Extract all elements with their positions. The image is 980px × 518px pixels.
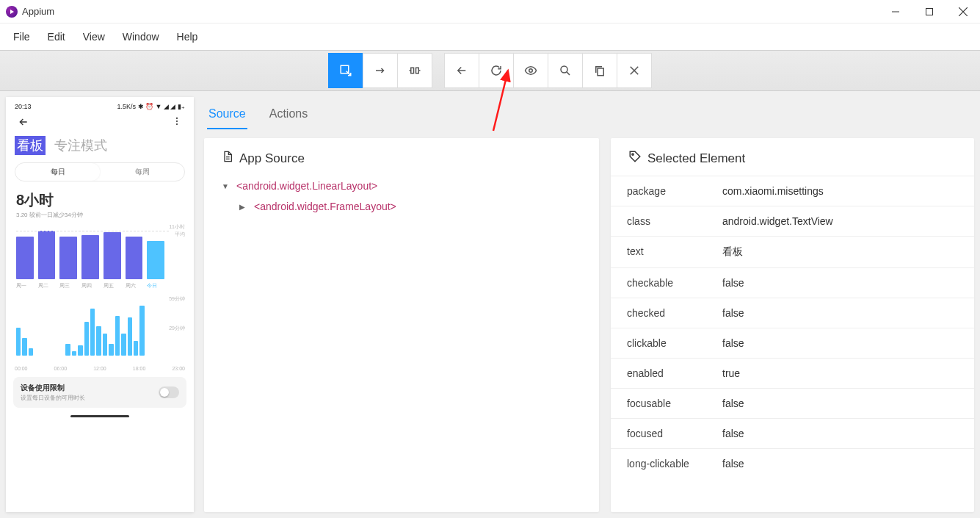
window-maximize-button[interactable] [912,0,946,24]
attr-row: clickablefalse [611,328,974,358]
file-icon [222,150,233,167]
attr-key: enabled [627,367,722,379]
titlebar: Appium [0,0,980,24]
quit-button[interactable] [617,53,652,88]
attr-value: false [722,277,958,289]
attr-value: false [722,398,958,409]
usage-limit-card: 设备使用限制 设置每日设备的可用时长 [13,377,186,408]
attr-value: false [722,337,958,349]
attr-value: false [722,428,958,439]
window-minimize-button[interactable] [879,0,912,24]
window-close-button[interactable] [946,0,980,24]
phone-tab-kanban: 看板 [15,136,46,155]
phone-weekly-tab: 每周 [100,163,184,181]
app-icon [6,6,18,18]
attr-row: enabledtrue [611,358,974,388]
attr-key: clickable [627,337,722,349]
home-indicator [70,415,129,417]
tab-actions[interactable]: Actions [268,103,309,129]
app-source-panel: App Source ▼ <android.widget.LinearLayou… [204,138,599,512]
attr-value: 看板 [722,245,958,259]
attr-key: focusable [627,398,722,409]
attr-row: checkedfalse [611,298,974,328]
tree-expand-icon[interactable]: ▼ [222,182,231,190]
tag-icon [628,150,642,167]
refresh-button[interactable] [479,53,514,88]
attr-key: focused [627,428,722,439]
menu-edit[interactable]: Edit [40,28,73,46]
tree-collapse-icon[interactable]: ▶ [239,203,248,211]
phone-tab-focus: 专注模式 [54,137,107,154]
attr-key: checked [627,307,722,319]
attr-key: long-clickable [627,458,722,470]
tap-coordinates-button[interactable] [397,53,432,88]
attr-value: com.xiaomi.misettings [722,185,958,197]
svg-rect-2 [411,68,414,73]
record-button[interactable] [513,53,548,88]
attr-value: false [722,307,958,319]
attr-row: classandroid.widget.TextView [611,206,974,236]
limit-toggle [159,386,179,398]
attribute-list[interactable]: packagecom.xiaomi.misettingsclassandroid… [611,176,974,478]
menu-window[interactable]: Window [115,28,167,46]
weekly-bar-chart: 11小时平均 周一 周二 周三 周四 周五 周六 今日 [13,223,186,291]
attr-key: package [627,185,722,197]
svg-rect-0 [926,8,933,15]
menu-help[interactable]: Help [170,28,206,46]
status-indicators: 1.5K/s ✱ ⏰ ▼ ◢ ◢ ▮₊ [117,103,185,110]
svg-point-4 [529,69,533,73]
menu-view[interactable]: View [76,28,112,46]
attr-value: true [722,367,958,379]
svg-point-10 [632,154,634,155]
attr-row: long-clickablefalse [611,448,974,478]
svg-point-8 [176,120,178,122]
svg-point-7 [176,118,178,119]
limit-title: 设备使用限制 [21,383,85,393]
select-element-button[interactable] [328,53,363,88]
total-hours: 8小时 [16,190,184,210]
tree-node-child[interactable]: <android.widget.FrameLayout> [254,201,396,212]
phone-statusbar: 20:13 1.5K/s ✱ ⏰ ▼ ◢ ◢ ▮₊ [10,101,189,112]
hourly-bar-chart: 59分钟 29分钟 [13,295,186,366]
back-button[interactable] [444,53,479,88]
menubar: File Edit View Window Help [0,24,980,50]
app-title: Appium [22,6,54,17]
tree-node-root[interactable]: <android.widget.LinearLayout> [236,180,377,192]
attr-row: text看板 [611,236,974,267]
status-time: 20:13 [15,103,32,110]
attr-row: focusablefalse [611,388,974,418]
main-area: 20:13 1.5K/s ✱ ⏰ ▼ ◢ ◢ ▮₊ 看板 专注模式 每日 每周 … [0,91,980,518]
limit-subtitle: 设置每日设备的可用时长 [21,394,85,402]
svg-point-5 [561,66,567,73]
swipe-button[interactable] [363,53,398,88]
attr-key: checkable [627,277,722,289]
attr-key: class [627,215,722,227]
device-preview[interactable]: 20:13 1.5K/s ✱ ⏰ ▼ ◢ ◢ ▮₊ 看板 专注模式 每日 每周 … [6,97,194,512]
source-panel-title: App Source [239,151,305,166]
phone-more-icon [172,116,182,130]
search-button[interactable] [548,53,583,88]
source-tree[interactable]: ▼ <android.widget.LinearLayout> ▶ <andro… [204,176,599,217]
svg-point-9 [176,123,178,125]
tab-source[interactable]: Source [207,103,247,129]
attr-row: focusedfalse [611,418,974,448]
svg-rect-3 [416,68,419,73]
phone-daily-tab: 每日 [15,163,100,181]
svg-rect-6 [598,68,603,76]
copy-button[interactable] [582,53,617,88]
menu-file[interactable]: File [6,28,37,46]
attr-row: packagecom.xiaomi.misettings [611,176,974,206]
selected-element-panel: Selected Element packagecom.xiaomi.miset… [611,138,974,512]
phone-back-icon [18,116,29,130]
attr-key: text [627,245,722,259]
attr-value: android.widget.TextView [722,215,958,227]
attr-row: checkablefalse [611,267,974,298]
attr-value: false [722,458,958,470]
toolbar [0,50,980,91]
hours-subtitle: 3.20 较前一日减少34分钟 [16,211,184,219]
selected-panel-title: Selected Element [647,151,745,166]
inspector-tabs: Source Actions [204,97,974,129]
